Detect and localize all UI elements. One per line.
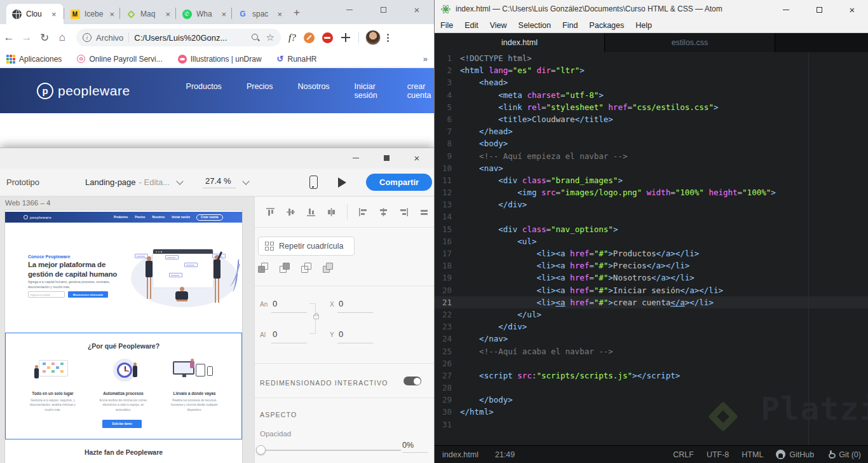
code-line-11[interactable]: 11 <div class="brand_images"> [435, 174, 868, 186]
atom-close-button[interactable]: × [837, 0, 867, 19]
code-line-14[interactable]: 14 [435, 211, 868, 223]
menu-selection[interactable]: Selection [513, 21, 557, 30]
code-line-29[interactable]: 29 </body> [435, 394, 868, 406]
bookmark-payroll[interactable]: G Online Payroll Servi... [77, 55, 162, 64]
align-right-icon[interactable] [399, 207, 409, 217]
code-line-21[interactable]: 21 <li><a href="#">crear cuenta</a></li> [435, 296, 868, 308]
xd-document-name[interactable]: Landing-page [85, 177, 136, 187]
code-line-30[interactable]: 30</html> [435, 406, 868, 418]
code-line-28[interactable]: 28 [435, 382, 868, 394]
bool-add-icon[interactable] [258, 263, 269, 273]
address-bar[interactable]: i Archivo C:/Users/Luis%20Gonz... ☆ [76, 29, 281, 46]
code-line-4[interactable]: 4 <meta charset="utf-8"> [435, 89, 868, 101]
height-value[interactable]: 0 [273, 329, 277, 339]
menu-view[interactable]: View [484, 21, 513, 30]
distribute-horizontal-icon[interactable] [419, 207, 429, 217]
browser-tab-google[interactable]: G spac × [233, 4, 287, 24]
code-editor[interactable]: 1<!DOCTYPE html>2<html lang="es" dir="lt… [435, 52, 868, 445]
code-line-16[interactable]: 16 <ul> [435, 235, 868, 247]
page-info-icon[interactable]: i [83, 33, 92, 42]
back-button[interactable]: ← [0, 31, 18, 44]
status-github[interactable]: GitHub [789, 450, 814, 459]
code-line-19[interactable]: 19 <li><a href="#">Nosotros</a></li> [435, 272, 868, 284]
menu-file[interactable]: File [435, 21, 459, 30]
status-line-ending[interactable]: CRLF [673, 450, 694, 459]
menu-edit[interactable]: Edit [459, 21, 484, 30]
peopleware-logo[interactable]: p peopleware [37, 83, 130, 99]
share-button[interactable]: Compartir [366, 174, 432, 191]
why-section-selected[interactable]: ¿Por qué Peopleware? Todo en un solo lu [5, 333, 242, 439]
bookmark-apps[interactable]: Aplicaciones [6, 55, 62, 64]
device-preview-icon[interactable] [309, 176, 318, 189]
menu-find[interactable]: Find [557, 21, 583, 30]
xd-mode-prototipo[interactable]: Prototipo [6, 177, 39, 187]
status-grammar[interactable]: HTML [742, 450, 763, 459]
home-button[interactable]: ⌂ [53, 31, 71, 44]
editor-tab-estilos-css[interactable]: estilos.css [605, 33, 775, 52]
chevron-down-icon[interactable] [176, 177, 183, 184]
whatfont-extension-icon[interactable]: f? [288, 32, 296, 43]
menu-packages[interactable]: Packages [583, 21, 630, 30]
code-line-22[interactable]: 22 </ul> [435, 308, 868, 321]
nav-link-nosotros[interactable]: Nosotros [298, 82, 330, 100]
code-line-6[interactable]: 6 <title>Cloudware</title> [435, 113, 868, 125]
align-middle-vertical-icon[interactable] [286, 207, 295, 217]
editor-tab-index-html[interactable]: index.html [435, 33, 605, 52]
responsive-resize-toggle[interactable] [403, 377, 421, 385]
chrome-close-button[interactable]: × [402, 0, 431, 19]
code-line-5[interactable]: 5 <link rel="stylesheet" href="css/estil… [435, 101, 868, 113]
browser-tab-miro[interactable]: M Icebe × [65, 4, 119, 24]
bookmark-star-icon[interactable]: ☆ [266, 32, 275, 43]
menu-help[interactable]: Help [630, 21, 658, 30]
code-line-12[interactable]: 12 <img src="images/logo.png" width="100… [435, 186, 868, 198]
x-value[interactable]: 0 [339, 299, 343, 308]
tab-close-icon[interactable]: × [221, 10, 226, 18]
code-line-26[interactable]: 26 [435, 357, 868, 370]
artboard-web-1366[interactable]: peopleware Productos Precios Nosotros In… [5, 211, 242, 463]
status-cursor-position[interactable]: 21:49 [495, 450, 515, 459]
code-line-27[interactable]: 27 <script src:"scripts/scripts.js"></sc… [435, 370, 868, 382]
code-line-18[interactable]: 18 <li><a href="#">Precios</a></li> [435, 259, 868, 272]
code-line-8[interactable]: 8 <body> [435, 137, 868, 149]
chevron-down-icon[interactable] [242, 177, 249, 184]
distribute-vertical-icon[interactable] [327, 207, 336, 217]
atom-minimize-button[interactable] [771, 0, 801, 19]
artboard-label[interactable]: Web 1366 – 4 [5, 199, 50, 207]
code-line-10[interactable]: 10 <nav> [435, 162, 868, 174]
reload-button[interactable]: ↻ [36, 31, 53, 45]
status-encoding[interactable]: UTF-8 [707, 450, 729, 459]
align-center-horizontal-icon[interactable] [379, 207, 388, 217]
xd-close-button[interactable]: × [403, 149, 431, 167]
align-top-icon[interactable] [266, 207, 275, 217]
adblock-extension-icon[interactable] [322, 32, 333, 43]
chrome-minimize-button[interactable] [335, 0, 364, 19]
tab-close-icon[interactable]: × [277, 10, 282, 18]
code-line-9[interactable]: 9 <!-- Aquí empieza el navbar --> [435, 150, 868, 162]
code-line-13[interactable]: 13 </div> [435, 198, 868, 211]
chrome-maximize-button[interactable] [369, 0, 398, 19]
code-line-3[interactable]: 3 <head> [435, 76, 868, 88]
xd-minimize-button[interactable] [342, 149, 370, 167]
xd-zoom-input[interactable]: 27.4 % [203, 176, 236, 188]
url-text[interactable]: C:/Users/Luis%20Gonz... [134, 33, 247, 43]
status-git[interactable]: Git (0) [839, 450, 861, 459]
play-preview-icon[interactable] [338, 177, 346, 188]
orange-extension-icon[interactable] [304, 32, 315, 43]
y-value[interactable]: 0 [339, 329, 343, 339]
new-tab-button[interactable]: + [294, 6, 300, 19]
nav-link-crear-cuenta[interactable]: crear cuenta [407, 82, 434, 100]
nav-link-precios[interactable]: Precios [247, 82, 273, 100]
opacity-slider-knob[interactable] [256, 445, 266, 455]
code-line-20[interactable]: 20 <li><a href="#">Iniciar sesión</a></l… [435, 284, 868, 296]
bool-exclude-icon[interactable] [323, 263, 334, 273]
forward-button[interactable]: → [18, 31, 36, 44]
lock-icon[interactable] [313, 315, 319, 319]
code-line-15[interactable]: 15 <div class="nav_options"> [435, 223, 868, 235]
profile-avatar[interactable] [365, 30, 381, 45]
opacity-value[interactable]: 0% [402, 441, 428, 453]
browser-tab-platzi[interactable]: Maq × [121, 4, 175, 24]
code-line-24[interactable]: 24 </nav> [435, 333, 868, 345]
code-line-17[interactable]: 17 <li><a href="#">Productos</a></li> [435, 247, 868, 259]
bookmark-undraw[interactable]: Illustrations | unDraw [178, 55, 262, 64]
opacity-slider-track[interactable] [260, 450, 401, 451]
